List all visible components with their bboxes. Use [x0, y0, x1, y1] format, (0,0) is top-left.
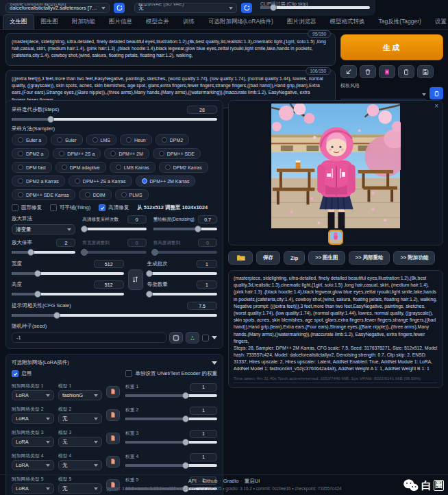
sampler-dpm2-karras[interactable]: DPM2 Karras [159, 162, 208, 173]
cfg-value[interactable]: 7.5 [187, 302, 217, 310]
apply-style-button[interactable] [398, 65, 414, 78]
open-folder-button[interactable] [228, 251, 253, 265]
denoise-slider[interactable] [153, 226, 217, 232]
sampler-lms-karras[interactable]: LMS Karras [110, 162, 155, 173]
hires-fix-checkbox[interactable]: 高清修复 [99, 204, 129, 211]
sampler-dpmpp-2s-a[interactable]: DPM++ 2S a [53, 148, 101, 159]
lora-weight-value-1[interactable]: 1 [190, 383, 217, 391]
sampler-ddim[interactable]: DDIM [79, 189, 112, 200]
swap-dimensions-button[interactable] [128, 269, 143, 290]
footer-link-api[interactable]: API [188, 478, 197, 484]
seed-extra-chevron-icon[interactable] [212, 336, 217, 339]
tab-settings[interactable]: 设置 [428, 14, 448, 29]
tab-tagger[interactable]: Tag反推(Tagger) [371, 14, 427, 29]
cfg-slider[interactable] [12, 312, 217, 319]
lora-model-select-3[interactable]: 无 [58, 437, 102, 447]
sampler-dpm2-a[interactable]: DPM2 a [12, 148, 49, 159]
extra-seed-checkbox[interactable] [202, 335, 209, 341]
save-button[interactable]: 保存 [256, 251, 280, 265]
refresh-vae-button[interactable] [241, 3, 252, 13]
extra-networks-button[interactable] [379, 65, 395, 78]
sampler-dpmpp-2m[interactable]: DPM++ 2M [104, 148, 149, 159]
restore-faces-checkbox[interactable]: 面部修复 [12, 204, 42, 211]
styles-apply-button[interactable] [430, 87, 443, 99]
lora-type-select-1[interactable]: LoRA [12, 390, 54, 400]
lora-model-select-2[interactable]: 无 [58, 413, 102, 424]
tiling-checkbox[interactable]: 可平铺(Tiling) [50, 204, 90, 211]
footer-link-reload-ui[interactable]: 重启UI [245, 478, 260, 484]
gallery-thumbnail[interactable] [328, 230, 343, 245]
lora-model-select-1[interactable]: fashionG [58, 390, 102, 400]
save-style-button[interactable] [417, 65, 434, 78]
lora-type-select-3[interactable]: LoRA [12, 437, 54, 447]
tab-png-info[interactable]: 图片信息 [102, 14, 139, 29]
styles-select[interactable] [340, 90, 426, 99]
lora-weight-slider-3[interactable] [125, 439, 217, 446]
height-slider[interactable] [12, 291, 124, 298]
upscale-by-value[interactable]: 2 [56, 239, 75, 247]
denoise-value[interactable]: 0.7 [198, 215, 217, 224]
lora-type-select-4[interactable]: LoRA [12, 460, 54, 470]
send-to-inpaint-button[interactable]: >> 局部重绘 [349, 251, 390, 265]
sampler-dpm-fast[interactable]: DPM fast [12, 162, 52, 173]
lora-model-select-4[interactable]: 无 [58, 460, 102, 470]
tab-model-converter[interactable]: 模型格式转换 [323, 14, 371, 29]
paste-generation-params-button[interactable] [340, 65, 357, 78]
upscaler-select[interactable]: 潜变量 [12, 224, 75, 234]
batch-size-slider[interactable] [147, 291, 217, 298]
lora-model-info-button-4[interactable] [106, 456, 120, 468]
close-icon[interactable]: × [434, 102, 438, 110]
collapse-chevron-icon[interactable] [212, 361, 217, 365]
prompt-input[interactable]: 95/150 (masterpiece, sidelighting, ultra… [5, 33, 336, 66]
tab-image-browser[interactable]: 图片浏览器 [280, 14, 323, 29]
zip-button[interactable]: Zip [284, 251, 305, 265]
refresh-checkpoint-button[interactable] [114, 3, 125, 13]
width-slider[interactable] [12, 270, 124, 277]
lora-type-select-2[interactable]: LoRA [12, 413, 54, 424]
lora-weight-value-4[interactable]: 1 [190, 453, 217, 461]
sampler-plms[interactable]: PLMS [115, 189, 149, 200]
lora-weight-slider-4[interactable] [125, 462, 217, 469]
random-seed-button[interactable] [169, 332, 183, 343]
lora-enable-checkbox[interactable]: 启用 [12, 370, 32, 377]
width-value[interactable]: 512 [94, 260, 124, 268]
batch-size-value[interactable]: 1 [197, 280, 217, 289]
sampler-dpm-adaptive[interactable]: DPM adaptive [55, 162, 106, 173]
lora-model-info-button-2[interactable] [106, 409, 120, 421]
steps-slider[interactable] [12, 116, 217, 123]
upscale-by-slider[interactable] [12, 249, 75, 256]
clear-prompt-button[interactable] [360, 65, 376, 78]
sampler-dpmpp-sde-karras[interactable]: DPM++ SDE Karras [12, 189, 75, 200]
reuse-seed-button[interactable] [186, 332, 199, 343]
send-to-extras-button[interactable]: >> 附加功能 [393, 251, 435, 265]
sampler-dpm2-a-karras[interactable]: DPM2 a Karras [12, 176, 65, 186]
lora-weight-slider-2[interactable] [125, 415, 217, 422]
tab-txt2img[interactable]: 文生图 [3, 14, 34, 29]
tab-extras[interactable]: 附加功能 [65, 14, 102, 29]
tab-additional-networks[interactable]: 可选附加网络(LoRA插件) [201, 14, 280, 29]
sampler-heun[interactable]: Heun [120, 134, 152, 145]
sampler-dpm2[interactable]: DPM2 [155, 134, 189, 145]
sampler-dpmpp-2m-karras[interactable]: DPM++ 2M Karras [136, 176, 196, 186]
clip-skip-slider[interactable]: CLIP跳过层 (Clip skip) [260, 3, 370, 12]
tab-img2img[interactable]: 图生图 [34, 14, 66, 29]
lora-model-info-button-3[interactable] [106, 433, 120, 444]
lora-weight-slider-1[interactable] [125, 392, 217, 399]
height-value[interactable]: 512 [94, 280, 124, 289]
lora-weight-value-3[interactable]: 1 [190, 430, 217, 438]
sampler-dpmpp-sde[interactable]: DPM++ SDE [153, 148, 201, 159]
steps-value[interactable]: 28 [187, 106, 217, 114]
hires-steps-value[interactable]: 0 [127, 215, 147, 224]
batch-count-slider[interactable] [147, 270, 217, 277]
batch-count-value[interactable]: 1 [197, 260, 217, 268]
tab-train[interactable]: 训练 [176, 14, 201, 29]
footer-link-gradio[interactable]: Gradio [223, 478, 239, 484]
sampler-euler-a[interactable]: Euler a [12, 134, 47, 145]
checkpoint-select[interactable]: Stable Diffusion 模型(ckpt) dalceforealist… [5, 3, 110, 13]
sampler-dpmpp-2s-a-karras[interactable]: DPM++ 2S a Karras [69, 176, 132, 186]
seed-input[interactable]: -1 [12, 333, 166, 343]
vae-select[interactable]: 模型的VAE (SD VAE) 无 [134, 3, 237, 13]
generated-image[interactable] [271, 104, 401, 228]
lora-model-info-button-1[interactable] [106, 386, 120, 398]
tab-checkpoint-merger[interactable]: 模型合并 [139, 14, 176, 29]
